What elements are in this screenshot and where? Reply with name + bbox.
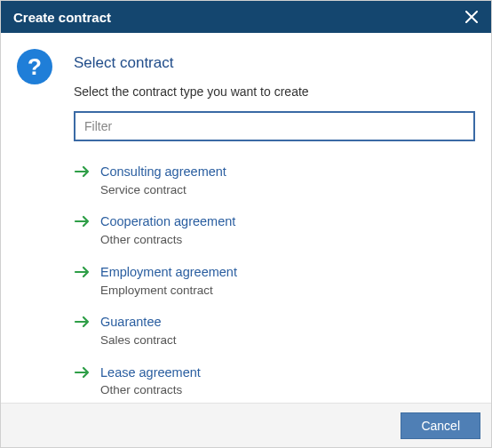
arrow-right-icon	[74, 164, 93, 179]
item-category: Service contract	[100, 182, 475, 198]
list-item[interactable]: Cooperation agreement Other contracts	[74, 205, 475, 255]
cancel-button[interactable]: Cancel	[401, 412, 480, 439]
item-name: Lease agreement	[100, 364, 475, 381]
item-name: Guarantee	[100, 314, 475, 331]
titlebar: Create contract	[1, 1, 491, 33]
list-item[interactable]: Employment agreement Employment contract	[74, 256, 475, 306]
arrow-right-icon	[74, 213, 93, 228]
dialog-body-scroll[interactable]: ? Select contract Select the contract ty…	[1, 33, 491, 403]
dialog-footer: Cancel	[1, 403, 491, 447]
help-icon: ?	[17, 49, 52, 84]
item-category: Sales contract	[100, 332, 475, 348]
item-category: Employment contract	[100, 283, 475, 299]
item-category: Other contracts	[100, 382, 475, 398]
item-name: Cooperation agreement	[100, 213, 475, 230]
item-category: Other contracts	[100, 232, 475, 248]
item-name: Employment agreement	[100, 264, 475, 281]
item-name: Consulting agreement	[100, 164, 475, 180]
dialog-title: Create contract	[13, 10, 461, 25]
section-subheading: Select the contract type you want to cre…	[74, 84, 475, 99]
arrow-right-icon	[74, 264, 93, 279]
list-item[interactable]: Guarantee Sales contract	[74, 306, 475, 356]
contract-type-list: Consulting agreement Service contract Co…	[74, 156, 475, 403]
arrow-right-icon	[74, 314, 93, 329]
list-item[interactable]: Lease agreement Other contracts	[74, 356, 475, 403]
list-item[interactable]: Consulting agreement Service contract	[74, 156, 475, 205]
dialog-body: ? Select contract Select the contract ty…	[1, 33, 491, 403]
filter-input[interactable]	[74, 111, 475, 141]
arrow-right-icon	[74, 364, 93, 380]
section-heading: Select contract	[74, 54, 475, 72]
close-icon	[465, 11, 478, 23]
close-button[interactable]	[461, 6, 482, 28]
create-contract-dialog: Create contract ? Select contract Select…	[0, 0, 492, 448]
